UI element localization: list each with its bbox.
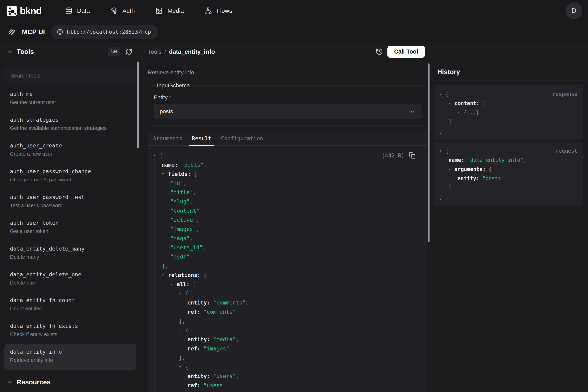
json-line: ref:"users" <box>153 380 422 390</box>
tool-item-data_entity_info[interactable]: data_entity_infoRetrieve entity info <box>4 344 136 370</box>
collapse-icon[interactable]: ▾ <box>439 92 445 96</box>
user-avatar[interactable]: D <box>566 2 583 19</box>
collapse-icon[interactable]: ▾ <box>162 172 168 176</box>
json-token: , <box>236 373 239 379</box>
collapse-icon[interactable]: ▾ <box>162 272 168 277</box>
collapse-icon[interactable]: ▾ <box>448 167 454 172</box>
tool-detail-panel: Tools / data_entity_info Call Tool Retri… <box>140 42 432 392</box>
entity-select[interactable]: posts <box>154 104 421 119</box>
breadcrumb-separator: / <box>165 48 166 55</box>
collapse-icon[interactable]: ▾ <box>448 101 454 106</box>
json-token: , <box>190 198 193 204</box>
resources-section-header[interactable]: Resources <box>0 372 140 392</box>
brand-wordmark[interactable]: bknd <box>20 5 41 16</box>
json-token: fields: <box>168 171 191 177</box>
json-line: entity:"posts" <box>439 174 578 183</box>
nav-item-data[interactable]: Data <box>65 7 90 14</box>
collapse-icon[interactable]: ▾ <box>179 364 185 369</box>
tool-item-data_entity_delete_one[interactable]: data_entity_delete_oneDelete one <box>4 266 136 292</box>
tab-result[interactable]: Result <box>192 131 211 146</box>
json-line: "tags", <box>153 234 422 243</box>
expand-icon[interactable]: ▸ <box>457 110 463 115</box>
input-schema-fieldset: InputSchema Entity* posts <box>148 82 427 126</box>
tool-item-data_entity_fn_count[interactable]: data_entity_fn_countCount entities <box>4 292 136 318</box>
json-line: ▾{response <box>439 90 578 99</box>
collapse-icon[interactable]: ▾ <box>439 148 445 153</box>
tool-item-auth_user_password_test[interactable]: auth_user_password_testTest a user's pas… <box>4 189 136 215</box>
tools-section-title: Tools <box>17 48 34 56</box>
tool-item-auth_user_password_change[interactable]: auth_user_password_changeChange a user's… <box>4 164 136 189</box>
tool-item-auth_user_create[interactable]: auth_user_createCreate a new user <box>4 138 136 164</box>
tool-description: Test a user's password <box>10 202 136 209</box>
json-token: } <box>439 194 443 200</box>
tool-description: Delete one <box>10 279 136 286</box>
collapse-icon[interactable]: ▾ <box>179 328 185 332</box>
nav-item-media[interactable]: Media <box>156 7 184 14</box>
history-entry-request[interactable]: ▾{requestname:"data_entity_info",▾argume… <box>434 142 583 206</box>
json-token: "posts" <box>181 162 203 168</box>
nav-item-flows[interactable]: Flows <box>204 7 232 14</box>
history-header: History <box>432 42 588 81</box>
json-meta-label: response <box>553 91 578 97</box>
history-entry-response[interactable]: ▾{response▾content:[▸{...}]} <box>434 85 583 140</box>
tool-item-auth_user_token[interactable]: auth_user_tokenGet a user token <box>4 215 136 241</box>
json-token: , <box>523 157 527 163</box>
tool-name: data_entity_info <box>10 348 136 356</box>
json-token: all: <box>177 281 190 287</box>
nav-item-auth[interactable]: Auth <box>110 7 135 14</box>
tool-description: Delete many <box>10 254 136 260</box>
call-tool-button[interactable]: Call Tool <box>388 46 425 58</box>
json-token: content: <box>454 100 479 106</box>
json-token: , <box>190 235 193 241</box>
breadcrumb-section[interactable]: Tools <box>148 48 162 55</box>
json-token: "comments" <box>203 309 236 315</box>
json-token: ref: <box>188 382 200 388</box>
collapse-icon[interactable]: ▾ <box>179 291 185 296</box>
json-line: ▾{(442 B) <box>153 151 422 160</box>
tool-item-data_entity_fn_exists[interactable]: data_entity_fn_existsCheck if entity exi… <box>4 318 136 344</box>
entity-field-label: Entity* <box>154 94 421 101</box>
json-line: }, <box>153 353 422 362</box>
json-token: ref: <box>188 309 200 315</box>
server-url-pill[interactable]: http://localhost:28623/mcp <box>51 24 158 39</box>
json-line: "id", <box>153 178 422 188</box>
tool-item-data_entity_delete_many[interactable]: data_entity_delete_manyDelete many <box>4 241 136 266</box>
breadcrumb-current: data_entity_info <box>169 48 215 55</box>
nav-label: Flows <box>216 8 232 14</box>
refresh-icon[interactable] <box>125 48 132 55</box>
tab-configuration[interactable]: Configuration <box>221 131 263 146</box>
tool-name: auth_me <box>10 90 136 98</box>
json-token: "media" <box>213 336 236 342</box>
copy-icon[interactable] <box>409 152 415 159</box>
tab-arguments[interactable]: Arguments <box>153 131 182 146</box>
json-line: ▾{request <box>439 146 578 156</box>
json-token: [ <box>194 171 197 177</box>
tool-name: auth_user_create <box>10 142 136 149</box>
indent-guide <box>450 106 450 119</box>
tool-description: Get the available authentication strateg… <box>10 125 136 132</box>
json-token: relations: <box>168 272 200 278</box>
json-line: "active", <box>153 215 422 224</box>
tool-item-auth_strategies[interactable]: auth_strategiesGet the available authent… <box>4 112 136 138</box>
json-line: ref:"images" <box>153 344 422 353</box>
indent-guide <box>441 154 441 194</box>
json-token: "asdf" <box>170 254 190 260</box>
json-token: "tags" <box>170 235 190 241</box>
sidebar-scrollbar[interactable] <box>137 62 139 148</box>
collapse-icon[interactable]: ▾ <box>153 153 160 158</box>
json-token: "id" <box>170 180 183 186</box>
tool-name: data_entity_delete_many <box>10 245 136 252</box>
main-scrollbar[interactable] <box>428 63 429 242</box>
input-schema-legend: InputSchema <box>155 82 192 89</box>
collapse-icon[interactable]: ▾ <box>170 282 177 286</box>
history-icon[interactable] <box>376 48 383 55</box>
tool-name: data_entity_fn_count <box>10 297 136 304</box>
chevron-up-icon[interactable] <box>6 48 13 55</box>
tool-item-auth_me[interactable]: auth_meGet the current user <box>4 86 136 112</box>
tools-section-header[interactable]: Tools 50 <box>0 42 140 61</box>
bknd-logo-icon[interactable] <box>6 6 17 16</box>
json-line: } <box>439 183 578 192</box>
search-input[interactable] <box>4 68 136 83</box>
json-token: "data_entity_info" <box>467 157 523 163</box>
chevron-down-icon[interactable] <box>6 379 13 386</box>
